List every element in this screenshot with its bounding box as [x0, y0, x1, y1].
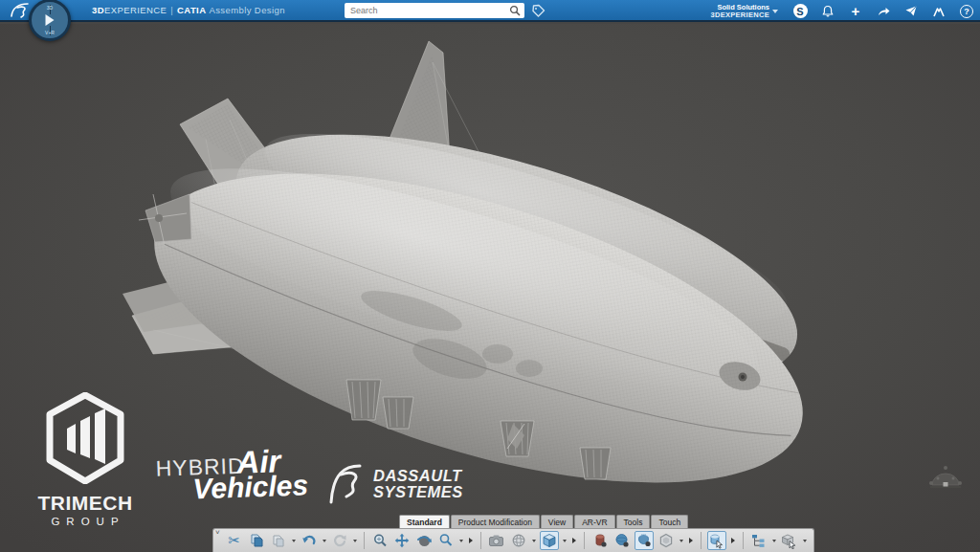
action-bar-tools: ˅ ✂: [212, 528, 814, 552]
cut-icon[interactable]: ✂: [225, 531, 244, 550]
tab-standard[interactable]: Standard: [399, 515, 450, 528]
notifications-bell-icon[interactable]: [820, 4, 835, 19]
brand-experience: EXPERIENCE: [104, 5, 167, 15]
view-tools-expand-arrow[interactable]: [469, 538, 473, 543]
search-input[interactable]: [345, 3, 524, 18]
help-icon[interactable]: ?: [959, 4, 974, 19]
component-dropdown-caret[interactable]: [803, 540, 807, 542]
tab-touch[interactable]: Touch: [651, 515, 688, 528]
tab-view[interactable]: View: [541, 515, 573, 528]
zoom-fit-icon[interactable]: [370, 531, 390, 550]
structure-tree-icon[interactable]: [749, 531, 768, 550]
dassault-swoosh-icon: [325, 462, 368, 506]
app-title: 3DEXPERIENCE|CATIA Assembly Design: [92, 5, 285, 15]
paste-icon[interactable]: [269, 531, 288, 550]
trimech-sub: GROUP: [38, 516, 138, 527]
airship-model[interactable]: [0, 24, 980, 552]
view-cube-icon[interactable]: [540, 531, 559, 550]
hide-show-sphere-icon[interactable]: [612, 531, 632, 550]
render-style-hexagon-icon[interactable]: [657, 531, 676, 550]
tab-tools[interactable]: Tools: [616, 515, 651, 528]
undo-dropdown-caret[interactable]: [323, 540, 326, 542]
compass-north-label[interactable]: 3D: [32, 5, 68, 11]
search-icon[interactable]: [509, 5, 521, 16]
robot-compass-widget[interactable]: [926, 462, 965, 495]
component-cube-cursor-icon[interactable]: [780, 531, 799, 550]
toolbar-collapse-handle[interactable]: ˅: [215, 529, 220, 537]
tab-product-modification[interactable]: Product Modification: [451, 515, 540, 528]
compass-play-icon[interactable]: [46, 14, 55, 26]
3d-viewport[interactable]: TRIMECH GROUP HYBRIDAir Vehicles DASSAUL…: [0, 24, 980, 552]
pan-icon[interactable]: [392, 531, 412, 550]
select-tool-icon[interactable]: [707, 531, 726, 550]
iso-view-dropdown-caret[interactable]: [532, 540, 536, 542]
select-tools-expand-arrow[interactable]: [731, 538, 735, 543]
iso-view-globe-icon[interactable]: [509, 531, 528, 550]
share-reply-icon[interactable]: [876, 4, 891, 19]
redo-icon[interactable]: [330, 531, 349, 550]
hide-show-cylinder-icon[interactable]: [590, 531, 610, 550]
structure-tree-dropdown-caret[interactable]: [772, 540, 776, 542]
account-platform: 3DEXPERIENCE: [710, 11, 769, 19]
3dexperience-compass[interactable]: 3D V+R: [29, 0, 71, 41]
trimech-watermark: TRIMECH GROUP: [33, 392, 138, 527]
paste-dropdown-caret[interactable]: [292, 540, 296, 542]
zoom-icon[interactable]: [436, 531, 456, 550]
add-content-icon[interactable]: +: [848, 4, 863, 19]
toolbar-separator: [364, 532, 365, 549]
top-bar: 3D V+R 3DEXPERIENCE|CATIA Assembly Desig…: [0, 0, 980, 22]
tag-icon[interactable]: [531, 4, 546, 18]
tab-ar-vr[interactable]: AR-VR: [574, 515, 614, 528]
dassault-line2: SYSTEMES: [373, 484, 463, 500]
toolbar-separator: [584, 532, 585, 549]
dassault-line1: DASSAULT: [373, 468, 463, 484]
undo-icon[interactable]: [300, 531, 319, 550]
title-divider: |: [170, 5, 173, 15]
user-profile-icon[interactable]: [931, 4, 947, 19]
trimech-name: TRIMECH: [33, 492, 138, 515]
hav-word3: Vehicles: [192, 469, 309, 505]
product-name: CATIA: [177, 5, 206, 15]
workbench-name: Assembly Design: [209, 5, 284, 15]
brand-3d: 3D: [92, 5, 104, 15]
toolbar-separator: [701, 532, 702, 549]
3dswym-icon[interactable]: S: [792, 4, 808, 19]
swap-visible-space-icon[interactable]: [635, 531, 654, 550]
toolbar-separator: [743, 532, 744, 549]
compass-south-label[interactable]: V+R: [32, 30, 68, 35]
trimech-logo-icon: [44, 392, 126, 484]
visibility-tools-expand-arrow[interactable]: [689, 538, 693, 543]
hav-watermark: HYBRIDAir Vehicles: [155, 442, 309, 506]
action-bar-tabs: Standard Product Modification View AR-VR…: [399, 515, 689, 528]
account-chevron-icon: [772, 10, 778, 13]
capture-camera-icon[interactable]: [487, 531, 506, 550]
share-send-icon[interactable]: [903, 4, 919, 19]
zoom-dropdown-caret[interactable]: [459, 540, 463, 542]
fly-navigate-icon[interactable]: [414, 531, 434, 550]
toolbar-separator: [480, 532, 481, 549]
account-menu[interactable]: Solid Solutions 3DEXPERIENCE: [710, 4, 778, 19]
redo-dropdown-caret[interactable]: [353, 540, 357, 542]
application-window: 3D V+R 3DEXPERIENCE|CATIA Assembly Desig…: [0, 0, 980, 552]
render-style-dropdown-caret[interactable]: [679, 540, 683, 542]
dassault-watermark: DASSAULT SYSTEMES: [325, 462, 463, 506]
copy-icon[interactable]: [247, 531, 266, 550]
render-tools-expand-arrow[interactable]: [572, 538, 576, 543]
view-cube-dropdown-caret[interactable]: [563, 540, 567, 542]
